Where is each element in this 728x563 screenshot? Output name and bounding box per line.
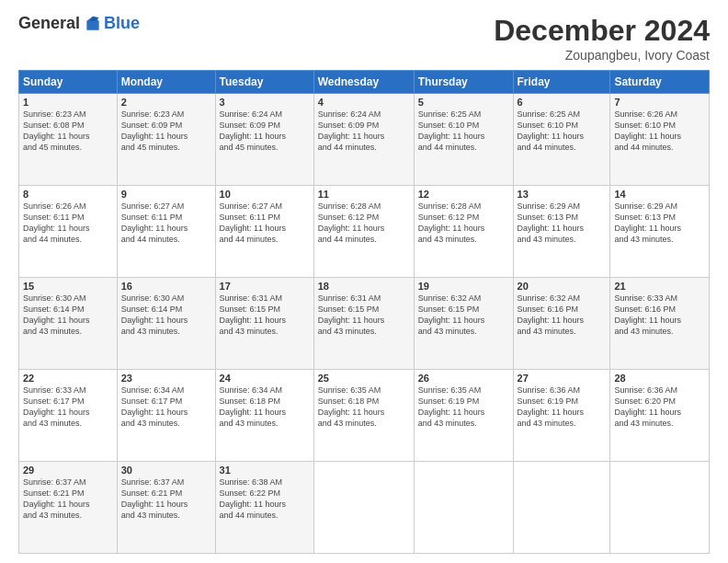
table-row: 11 Sunrise: 6:28 AMSunset: 6:12 PMDaylig… — [313, 186, 414, 278]
table-row: 9 Sunrise: 6:27 AMSunset: 6:11 PMDayligh… — [117, 186, 215, 278]
day-info: Sunrise: 6:33 AMSunset: 6:17 PMDaylight:… — [23, 385, 90, 428]
day-number: 9 — [121, 189, 211, 200]
table-row: 24 Sunrise: 6:34 AMSunset: 6:18 PMDaylig… — [215, 370, 313, 462]
table-row: 2 Sunrise: 6:23 AMSunset: 6:09 PMDayligh… — [117, 94, 215, 186]
logo-icon — [84, 15, 102, 33]
day-info: Sunrise: 6:27 AMSunset: 6:11 PMDaylight:… — [121, 201, 188, 244]
day-info: Sunrise: 6:30 AMSunset: 6:14 PMDaylight:… — [121, 293, 188, 336]
day-number: 27 — [518, 373, 607, 384]
day-info: Sunrise: 6:36 AMSunset: 6:20 PMDaylight:… — [614, 385, 681, 428]
logo: General Blue — [18, 14, 140, 33]
table-row — [513, 462, 610, 554]
table-row: 4 Sunrise: 6:24 AMSunset: 6:09 PMDayligh… — [313, 94, 414, 186]
day-info: Sunrise: 6:24 AMSunset: 6:09 PMDaylight:… — [220, 109, 287, 152]
day-info: Sunrise: 6:25 AMSunset: 6:10 PMDaylight:… — [518, 109, 585, 152]
day-info: Sunrise: 6:34 AMSunset: 6:17 PMDaylight:… — [121, 385, 188, 428]
logo-general-text: General — [18, 14, 80, 33]
table-row: 25 Sunrise: 6:35 AMSunset: 6:18 PMDaylig… — [313, 370, 414, 462]
day-number: 30 — [121, 465, 211, 476]
table-row: 12 Sunrise: 6:28 AMSunset: 6:12 PMDaylig… — [414, 186, 513, 278]
table-row: 8 Sunrise: 6:26 AMSunset: 6:11 PMDayligh… — [19, 186, 118, 278]
day-number: 17 — [220, 281, 310, 292]
table-row: 20 Sunrise: 6:32 AMSunset: 6:16 PMDaylig… — [513, 278, 610, 370]
day-info: Sunrise: 6:37 AMSunset: 6:21 PMDaylight:… — [23, 477, 90, 520]
table-row: 30 Sunrise: 6:37 AMSunset: 6:21 PMDaylig… — [117, 462, 215, 554]
calendar-week-row: 29 Sunrise: 6:37 AMSunset: 6:21 PMDaylig… — [19, 462, 710, 554]
month-title: December 2024 — [494, 14, 710, 48]
calendar-header-row: Sunday Monday Tuesday Wednesday Thursday… — [19, 71, 710, 94]
day-number: 20 — [518, 281, 607, 292]
header: General Blue December 2024 Zoupangbeu, I… — [18, 14, 710, 63]
day-info: Sunrise: 6:28 AMSunset: 6:12 PMDaylight:… — [418, 201, 485, 244]
day-number: 5 — [418, 97, 509, 108]
day-info: Sunrise: 6:25 AMSunset: 6:10 PMDaylight:… — [418, 109, 485, 152]
day-info: Sunrise: 6:31 AMSunset: 6:15 PMDaylight:… — [220, 293, 287, 336]
col-wednesday: Wednesday — [313, 71, 414, 94]
day-info: Sunrise: 6:26 AMSunset: 6:11 PMDaylight:… — [23, 201, 90, 244]
day-number: 10 — [220, 189, 310, 200]
day-number: 21 — [614, 281, 705, 292]
table-row — [313, 462, 414, 554]
col-tuesday: Tuesday — [215, 71, 313, 94]
day-info: Sunrise: 6:27 AMSunset: 6:11 PMDaylight:… — [220, 201, 287, 244]
day-number: 24 — [220, 373, 310, 384]
day-info: Sunrise: 6:35 AMSunset: 6:19 PMDaylight:… — [418, 385, 485, 428]
day-number: 15 — [23, 281, 113, 292]
day-number: 11 — [318, 189, 410, 200]
table-row: 7 Sunrise: 6:26 AMSunset: 6:10 PMDayligh… — [610, 94, 710, 186]
day-number: 18 — [318, 281, 410, 292]
day-number: 6 — [518, 97, 607, 108]
table-row: 22 Sunrise: 6:33 AMSunset: 6:17 PMDaylig… — [19, 370, 118, 462]
day-number: 14 — [614, 189, 705, 200]
calendar-week-row: 1 Sunrise: 6:23 AMSunset: 6:08 PMDayligh… — [19, 94, 710, 186]
day-number: 12 — [418, 189, 509, 200]
calendar-week-row: 22 Sunrise: 6:33 AMSunset: 6:17 PMDaylig… — [19, 370, 710, 462]
table-row: 5 Sunrise: 6:25 AMSunset: 6:10 PMDayligh… — [414, 94, 513, 186]
day-number: 16 — [121, 281, 211, 292]
title-area: December 2024 Zoupangbeu, Ivory Coast — [494, 14, 710, 63]
col-friday: Friday — [513, 71, 610, 94]
day-number: 13 — [518, 189, 607, 200]
day-info: Sunrise: 6:30 AMSunset: 6:14 PMDaylight:… — [23, 293, 90, 336]
day-number: 28 — [614, 373, 705, 384]
table-row — [610, 462, 710, 554]
day-info: Sunrise: 6:23 AMSunset: 6:09 PMDaylight:… — [121, 109, 188, 152]
day-info: Sunrise: 6:32 AMSunset: 6:15 PMDaylight:… — [418, 293, 485, 336]
day-info: Sunrise: 6:33 AMSunset: 6:16 PMDaylight:… — [614, 293, 681, 336]
table-row: 16 Sunrise: 6:30 AMSunset: 6:14 PMDaylig… — [117, 278, 215, 370]
day-number: 7 — [614, 97, 705, 108]
page: General Blue December 2024 Zoupangbeu, I… — [0, 0, 728, 563]
table-row: 21 Sunrise: 6:33 AMSunset: 6:16 PMDaylig… — [610, 278, 710, 370]
col-sunday: Sunday — [19, 71, 118, 94]
day-info: Sunrise: 6:24 AMSunset: 6:09 PMDaylight:… — [318, 109, 385, 152]
day-number: 25 — [318, 373, 410, 384]
table-row: 31 Sunrise: 6:38 AMSunset: 6:22 PMDaylig… — [215, 462, 313, 554]
col-saturday: Saturday — [610, 71, 710, 94]
day-number: 29 — [23, 465, 113, 476]
table-row: 19 Sunrise: 6:32 AMSunset: 6:15 PMDaylig… — [414, 278, 513, 370]
day-number: 31 — [220, 465, 310, 476]
day-info: Sunrise: 6:35 AMSunset: 6:18 PMDaylight:… — [318, 385, 385, 428]
calendar-week-row: 8 Sunrise: 6:26 AMSunset: 6:11 PMDayligh… — [19, 186, 710, 278]
day-number: 4 — [318, 97, 410, 108]
col-thursday: Thursday — [414, 71, 513, 94]
day-info: Sunrise: 6:29 AMSunset: 6:13 PMDaylight:… — [518, 201, 585, 244]
day-number: 8 — [23, 189, 113, 200]
table-row: 26 Sunrise: 6:35 AMSunset: 6:19 PMDaylig… — [414, 370, 513, 462]
calendar-week-row: 15 Sunrise: 6:30 AMSunset: 6:14 PMDaylig… — [19, 278, 710, 370]
day-number: 22 — [23, 373, 113, 384]
day-info: Sunrise: 6:26 AMSunset: 6:10 PMDaylight:… — [614, 109, 681, 152]
table-row: 17 Sunrise: 6:31 AMSunset: 6:15 PMDaylig… — [215, 278, 313, 370]
table-row: 13 Sunrise: 6:29 AMSunset: 6:13 PMDaylig… — [513, 186, 610, 278]
day-info: Sunrise: 6:37 AMSunset: 6:21 PMDaylight:… — [121, 477, 188, 520]
day-number: 19 — [418, 281, 509, 292]
day-number: 3 — [220, 97, 310, 108]
day-number: 2 — [121, 97, 211, 108]
table-row: 29 Sunrise: 6:37 AMSunset: 6:21 PMDaylig… — [19, 462, 118, 554]
table-row: 3 Sunrise: 6:24 AMSunset: 6:09 PMDayligh… — [215, 94, 313, 186]
table-row: 1 Sunrise: 6:23 AMSunset: 6:08 PMDayligh… — [19, 94, 118, 186]
day-info: Sunrise: 6:31 AMSunset: 6:15 PMDaylight:… — [318, 293, 385, 336]
logo-blue-text: Blue — [104, 14, 140, 33]
calendar-table: Sunday Monday Tuesday Wednesday Thursday… — [18, 70, 710, 554]
day-info: Sunrise: 6:28 AMSunset: 6:12 PMDaylight:… — [318, 201, 385, 244]
